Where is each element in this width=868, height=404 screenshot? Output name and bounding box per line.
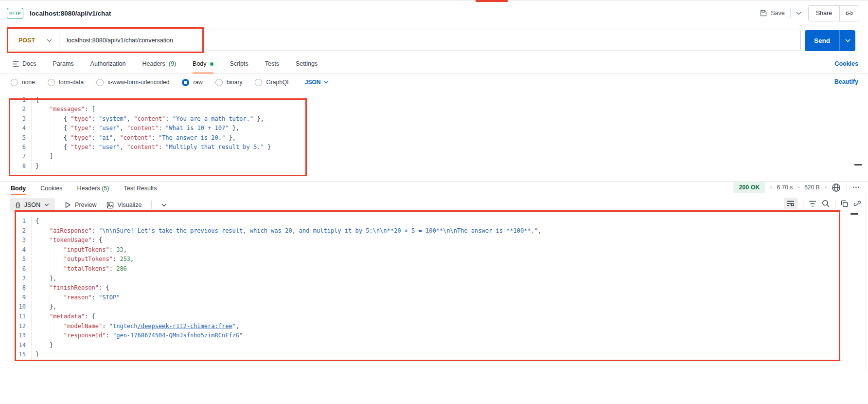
- filter-icon[interactable]: [809, 201, 816, 207]
- code-text: }: [31, 350, 39, 360]
- language-selector[interactable]: JSON: [305, 79, 329, 86]
- tab-label: Headers: [77, 185, 100, 192]
- visualize-label: Visualize: [118, 202, 142, 208]
- code-text: },: [31, 302, 56, 312]
- save-options-chevron-icon[interactable]: [796, 12, 801, 15]
- beautify-link[interactable]: Beautify: [834, 78, 858, 85]
- code-text: "aiResponse": "\n\nSure! Let's take the …: [31, 226, 541, 236]
- code-line: 15}: [0, 350, 868, 360]
- send-options-chevron-icon[interactable]: [840, 39, 855, 42]
- code-line: 3 { "type": "system", "content": "You ar…: [0, 114, 868, 124]
- response-tab-cookies[interactable]: Cookies: [40, 185, 62, 192]
- body-type-radio-form-data[interactable]: form-data: [48, 79, 84, 86]
- response-body-editor[interactable]: 1{2 "aiResponse": "\n\nSure! Let's take …: [0, 217, 868, 360]
- tab-scripts[interactable]: Scripts: [230, 55, 248, 73]
- send-label: Send: [805, 37, 839, 44]
- response-tab-headers[interactable]: Headers (5): [77, 185, 109, 192]
- code-line: 1{: [0, 95, 868, 105]
- line-number: 13: [0, 331, 31, 341]
- code-text: "outputTokens": 253,: [31, 255, 134, 264]
- dot-separator: [825, 186, 827, 188]
- request-body-editor[interactable]: 1{2 "messages": [3 { "type": "system", "…: [0, 95, 868, 171]
- indent-guide: [64, 246, 64, 275]
- body-type-radio-graphql[interactable]: GraphQL: [255, 79, 290, 86]
- code-text: { "type": "ai", "content": "The answer i…: [31, 133, 236, 143]
- network-globe-icon[interactable]: [832, 183, 841, 192]
- code-line: 5 { "type": "ai", "content": "The answer…: [0, 133, 868, 143]
- visualize-chevron-icon[interactable]: [161, 203, 167, 207]
- response-tab-test-results[interactable]: Test Results: [124, 185, 157, 192]
- line-number: 5: [0, 255, 31, 264]
- response-tab-body[interactable]: Body: [11, 185, 26, 192]
- code-text: "finishReason": {: [31, 283, 109, 293]
- preview-button[interactable]: Preview: [65, 202, 96, 208]
- method-chevron-icon[interactable]: [47, 39, 52, 42]
- tab-headers[interactable]: Headers (9): [142, 55, 177, 73]
- code-line: 2 "messages": [: [0, 105, 868, 114]
- share-button[interactable]: Share: [809, 10, 839, 17]
- radio-icon: [215, 79, 223, 86]
- radio-icon: [255, 79, 262, 86]
- code-text: "tokenUsage": {: [31, 236, 102, 245]
- radio-icon: [48, 79, 55, 86]
- line-number: 7: [0, 274, 31, 284]
- copy-icon[interactable]: [841, 200, 848, 207]
- body-type-radio-binary[interactable]: binary: [215, 79, 243, 86]
- body-type-radio-raw[interactable]: raw: [182, 79, 202, 86]
- line-number: 5: [0, 133, 31, 143]
- code-line: 10 },: [0, 302, 868, 312]
- radio-label: x-www-form-urlencoded: [107, 79, 169, 86]
- code-text: "reason": "STOP": [31, 293, 120, 303]
- radio-label: binary: [227, 79, 243, 86]
- response-editor-tools: [784, 198, 861, 209]
- save-button[interactable]: Save: [760, 9, 785, 17]
- indent-guide: [64, 323, 64, 341]
- line-number: 1: [0, 217, 31, 226]
- url-input[interactable]: localhost:8080/api/v1/chat/conversation: [59, 37, 173, 44]
- more-options-icon[interactable]: •••: [853, 185, 860, 190]
- search-icon[interactable]: [822, 200, 830, 207]
- code-text: }: [31, 162, 39, 171]
- line-number: 6: [0, 264, 31, 274]
- code-text: { "type": "user", "content": "Multiply t…: [31, 143, 271, 152]
- body-type-radio-none[interactable]: none: [11, 79, 35, 86]
- request-tab-bar: Docs Params Authorization Headers (9) Bo…: [0, 55, 868, 73]
- visualize-button[interactable]: Visualize: [106, 202, 142, 209]
- send-button[interactable]: Send: [805, 30, 855, 51]
- modified-dot-icon: [210, 62, 213, 66]
- tab-tests[interactable]: Tests: [265, 55, 279, 73]
- response-format-selector[interactable]: {} JSON: [10, 198, 55, 212]
- format-chevron-icon: [44, 203, 49, 206]
- response-editor-scrollbar[interactable]: [850, 213, 858, 215]
- line-number: 4: [0, 124, 31, 133]
- format-label: JSON: [24, 202, 40, 208]
- tab-body[interactable]: Body: [193, 55, 213, 73]
- link-icon[interactable]: [853, 200, 861, 207]
- wrap-text-icon[interactable]: [784, 198, 797, 209]
- tab-authorization[interactable]: Authorization: [90, 55, 126, 73]
- code-line: 7 ]: [0, 152, 868, 161]
- indent-guide: [50, 227, 50, 350]
- response-meta: 200 OK 6.70 s 520 B •••: [733, 181, 860, 194]
- cookies-link[interactable]: Cookies: [834, 60, 858, 67]
- copy-link-icon[interactable]: [840, 9, 859, 18]
- code-text: "modelName": "tngtech/deepseek-r1t2-chim…: [31, 322, 239, 331]
- radio-label: raw: [193, 79, 202, 86]
- radio-icon: [182, 79, 189, 86]
- divider: [835, 199, 835, 208]
- url-bar: POST localhost:8080/api/v1/chat/conversa…: [7, 30, 801, 51]
- radio-label: none: [22, 79, 35, 86]
- dot-separator: [797, 186, 799, 188]
- request-editor-scrollbar[interactable]: [854, 164, 862, 165]
- line-number: 3: [0, 114, 31, 124]
- method-selector[interactable]: POST: [8, 37, 47, 44]
- tab-settings[interactable]: Settings: [296, 55, 318, 73]
- tab-docs[interactable]: Docs: [13, 55, 36, 73]
- tab-label: Cookies: [40, 185, 62, 192]
- body-type-radio-urlencoded[interactable]: x-www-form-urlencoded: [96, 79, 169, 86]
- code-line: 11 "metadata": {: [0, 312, 868, 322]
- tab-params[interactable]: Params: [53, 55, 73, 73]
- code-text: "inputTokens": 33,: [31, 245, 127, 255]
- divider: [847, 184, 847, 191]
- line-number: 1: [0, 95, 31, 105]
